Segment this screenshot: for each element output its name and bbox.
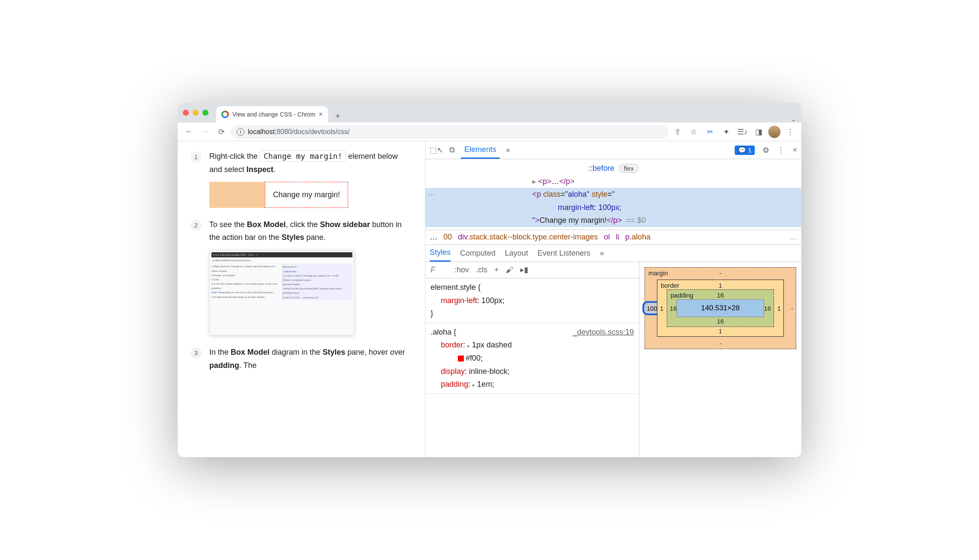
color-swatch[interactable]: [458, 356, 464, 362]
tab-elements[interactable]: Elements: [461, 141, 500, 159]
device-toggle-icon[interactable]: ⧉: [449, 146, 455, 155]
styles-tabbar: Styles Computed Layout Event Listeners »: [425, 245, 801, 262]
step-number: 3: [191, 347, 202, 359]
url-path: /docs/devtools/css/: [292, 128, 349, 135]
pseudo-before[interactable]: ::before: [588, 164, 614, 172]
crumb-li[interactable]: li: [616, 233, 619, 242]
close-window-icon[interactable]: [183, 110, 189, 116]
devtools-menu-icon[interactable]: ⋮: [777, 146, 785, 155]
inline-code: Change my margin!: [260, 150, 346, 162]
settings-icon[interactable]: ⚙: [762, 146, 769, 155]
step-number: 2: [191, 220, 202, 231]
close-tab-icon[interactable]: ×: [319, 111, 322, 118]
reload-button[interactable]: ⟳: [214, 125, 228, 139]
tab-title: View and change CSS - Chrom: [232, 111, 315, 118]
tab-event-listeners[interactable]: Event Listeners: [537, 249, 590, 258]
more-subtabs-icon[interactable]: »: [600, 249, 604, 258]
page-content: 1 Right-click the Change my margin! elem…: [178, 141, 425, 457]
dom-tree[interactable]: ::before flex ▸ <p>…</p> ⋯ <p class="alo…: [425, 159, 801, 230]
box-model-border[interactable]: border 1 1 1 1 padding 16 16 16 16: [657, 280, 784, 337]
address-bar[interactable]: i localhost:8080/docs/devtools/css/: [231, 125, 668, 139]
browser-toolbar: ← → ⟳ i localhost:8080/docs/devtools/css…: [178, 122, 801, 141]
new-tab-button[interactable]: +: [331, 110, 344, 122]
site-info-icon[interactable]: i: [237, 128, 244, 136]
tab-computed[interactable]: Computed: [460, 249, 495, 258]
dollar-zero: == $0: [626, 216, 646, 225]
inspect-icon[interactable]: ⬚↖: [430, 146, 443, 155]
css-source-link[interactable]: _devtools.scss:19: [573, 326, 634, 339]
tab-styles[interactable]: Styles: [430, 245, 451, 262]
new-rule-icon[interactable]: +: [494, 265, 499, 274]
styles-pane: :hov .cls + 🖌 ▸▮ element.style { margin-…: [425, 262, 639, 457]
close-devtools-icon[interactable]: ×: [792, 146, 797, 155]
hov-toggle[interactable]: :hov: [454, 265, 469, 274]
box-model-content[interactable]: 140.531×28: [677, 299, 764, 317]
box-model-margin[interactable]: margin - - - 100 border 1 1 1 1 paddin: [645, 267, 796, 349]
box-model-padding[interactable]: padding 16 16 16 16 140.531×28: [667, 289, 774, 327]
side-panel-icon[interactable]: ◨: [752, 125, 765, 139]
browser-tab[interactable]: View and change CSS - Chrom ×: [216, 106, 328, 122]
step-2: 2 To see the Box Model, click the Show s…: [191, 218, 412, 335]
crumb-div[interactable]: div.stack.stack--block.type.center-image…: [458, 233, 598, 242]
box-model-diagram[interactable]: margin - - - 100 border 1 1 1 1 paddin: [639, 262, 801, 457]
tab-layout[interactable]: Layout: [505, 249, 528, 258]
minimize-window-icon[interactable]: [193, 110, 199, 116]
issues-badge[interactable]: 💬 1: [735, 146, 755, 155]
styles-toolbar: :hov .cls + 🖌 ▸▮: [425, 262, 639, 278]
maximize-window-icon[interactable]: [202, 110, 208, 116]
share-icon[interactable]: ⇧: [671, 125, 684, 139]
tab-strip: View and change CSS - Chrom × + ⌄: [178, 103, 801, 122]
crumb-ol[interactable]: ol: [604, 233, 610, 242]
forward-button[interactable]: →: [198, 125, 212, 139]
step-3: 3 In the Box Model diagram in the Styles…: [191, 346, 412, 372]
devtools-panel: ⬚↖ ⧉ Elements » 💬 1 ⚙ ⋮ × ::before flex …: [425, 141, 801, 457]
scissors-icon[interactable]: ✂: [703, 125, 717, 139]
crumb-p-aloha[interactable]: p.aloha: [625, 233, 651, 242]
reading-list-icon[interactable]: ☰♪: [736, 125, 749, 139]
inset-screenshot: ● ● ● View and change CSS - Chro... × lo…: [209, 250, 355, 335]
chrome-logo-icon: [221, 111, 229, 118]
devtools-tabbar: ⬚↖ ⧉ Elements » 💬 1 ⚙ ⋮ ×: [425, 141, 801, 159]
chrome-menu-icon[interactable]: ⋮: [783, 125, 797, 139]
profile-avatar[interactable]: [768, 125, 781, 138]
show-sidebar-icon[interactable]: ▸▮: [520, 265, 528, 274]
browser-window: View and change CSS - Chrom × + ⌄ ← → ⟳ …: [178, 103, 801, 457]
styles-filter-input[interactable]: [431, 265, 448, 274]
tab-overflow-icon[interactable]: ⌄: [791, 116, 796, 122]
breadcrumbs[interactable]: … 00 div.stack.stack--block.type.center-…: [425, 230, 801, 245]
window-controls: [183, 110, 208, 116]
step-1: 1 Right-click the Change my margin! elem…: [191, 150, 412, 208]
change-margin-element[interactable]: Change my margin!: [265, 182, 348, 208]
extensions-icon[interactable]: ✦: [719, 125, 733, 139]
back-button[interactable]: ←: [182, 125, 196, 139]
css-rule-aloha[interactable]: _devtools.scss:19 .aloha { border: ▸ 1px…: [425, 323, 639, 394]
brush-icon[interactable]: 🖌: [506, 265, 513, 274]
bookmark-icon[interactable]: ☆: [687, 125, 701, 139]
step-number: 1: [191, 152, 202, 163]
flex-badge[interactable]: flex: [619, 164, 638, 173]
cls-toggle[interactable]: .cls: [476, 265, 487, 274]
more-tabs-icon[interactable]: »: [506, 146, 510, 155]
css-rule-element-style[interactable]: element.style { margin-left: 100px; }: [425, 278, 639, 323]
url-host: localhost:: [248, 128, 277, 135]
margin-demo-box[interactable]: Change my margin!: [209, 182, 348, 208]
selected-dom-node[interactable]: ⋯ <p class="aloha" style=": [425, 188, 801, 201]
